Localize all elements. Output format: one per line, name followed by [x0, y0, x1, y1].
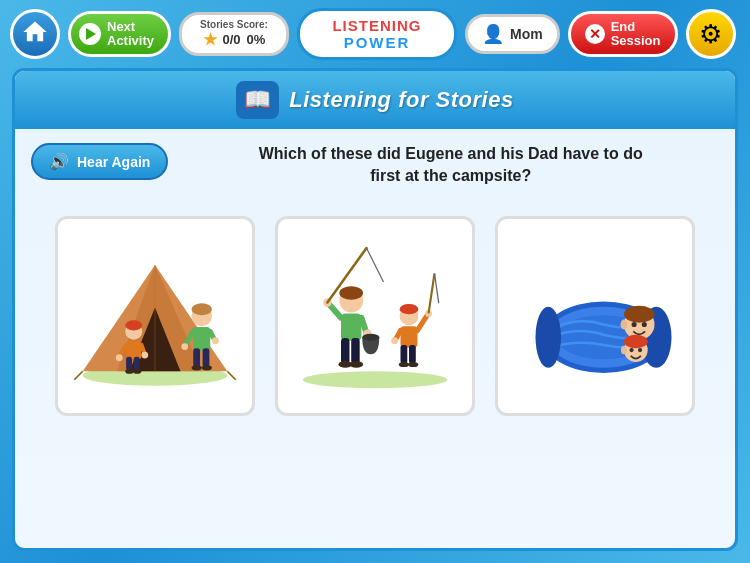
svg-point-26 — [141, 351, 148, 358]
user-name: Mom — [510, 26, 543, 42]
svg-rect-22 — [134, 357, 140, 371]
settings-button[interactable]: ⚙ — [686, 9, 736, 59]
svg-point-25 — [116, 354, 123, 361]
svg-point-16 — [192, 365, 202, 370]
svg-rect-34 — [351, 338, 360, 364]
question-area: 🔊 Hear Again Which of these did Eugene a… — [15, 129, 735, 196]
svg-rect-10 — [193, 348, 200, 367]
next-activity-text: Next Activity — [107, 20, 154, 49]
score-value: 0/0 — [223, 32, 241, 47]
x-icon: ✕ — [585, 24, 605, 44]
svg-line-4 — [74, 371, 83, 380]
option-tent[interactable] — [55, 216, 255, 416]
end-line1: End — [611, 20, 661, 34]
home-button[interactable] — [10, 9, 60, 59]
svg-point-68 — [629, 348, 633, 352]
book-icon: 📖 — [244, 87, 271, 112]
svg-point-41 — [362, 334, 379, 341]
svg-point-19 — [125, 320, 142, 330]
option-sleeping-bags[interactable] — [495, 216, 695, 416]
svg-point-45 — [400, 304, 419, 314]
svg-point-67 — [624, 334, 648, 348]
fishing-illustration — [290, 231, 460, 401]
svg-rect-20 — [126, 340, 141, 359]
user-icon: 👤 — [482, 23, 504, 45]
listening-power-logo: LISTENING POWER — [297, 8, 457, 60]
svg-point-8 — [192, 303, 212, 315]
next-label-line2: Activity — [107, 34, 154, 48]
next-label-line1: Next — [107, 20, 154, 34]
svg-point-62 — [624, 306, 655, 323]
end-session-text: End Session — [611, 20, 661, 49]
svg-rect-9 — [193, 327, 210, 351]
svg-rect-33 — [341, 338, 350, 364]
svg-point-28 — [133, 368, 142, 373]
svg-point-56 — [408, 362, 418, 367]
svg-point-27 — [125, 368, 134, 373]
svg-point-55 — [399, 362, 409, 367]
options-area — [15, 196, 735, 436]
svg-point-63 — [632, 322, 637, 327]
svg-point-14 — [181, 343, 188, 350]
lp-listening-text: LISTENING — [318, 17, 436, 34]
svg-point-43 — [350, 361, 364, 368]
content-header: 📖 Listening for Stories — [15, 71, 735, 129]
svg-rect-46 — [401, 326, 418, 347]
next-activity-button[interactable]: Next Activity — [68, 11, 171, 58]
end-line2: Session — [611, 34, 661, 48]
tent-illustration — [70, 231, 240, 401]
svg-point-71 — [536, 306, 562, 367]
play-triangle — [86, 28, 96, 40]
top-bar: Next Activity Stories Score: ★ 0/0 0% LI… — [0, 0, 750, 68]
question-line1: Which of these did Eugene and his Dad ha… — [259, 145, 643, 162]
svg-point-15 — [212, 337, 219, 344]
home-icon — [21, 18, 49, 50]
star-icon: ★ — [203, 30, 217, 49]
svg-point-54 — [391, 337, 398, 344]
option-fishing[interactable] — [275, 216, 475, 416]
question-line2: first at the campsite? — [370, 167, 531, 184]
svg-line-49 — [418, 314, 428, 330]
svg-rect-11 — [203, 348, 210, 367]
svg-rect-47 — [401, 345, 408, 364]
svg-line-38 — [367, 248, 384, 282]
svg-point-64 — [642, 322, 647, 327]
svg-line-51 — [429, 273, 435, 313]
speaker-icon: 🔊 — [49, 152, 69, 171]
main-content: 📖 Listening for Stories 🔊 Hear Again Whi… — [12, 68, 738, 551]
svg-point-65 — [621, 319, 628, 329]
section-title: Listening for Stories — [289, 87, 513, 113]
score-label: Stories Score: — [200, 19, 268, 30]
question-text: Which of these did Eugene and his Dad ha… — [182, 143, 719, 188]
score-block: Stories Score: ★ 0/0 0% — [179, 12, 289, 56]
svg-point-69 — [638, 348, 642, 352]
svg-line-52 — [435, 273, 439, 303]
svg-rect-32 — [341, 313, 361, 340]
play-icon — [79, 23, 101, 45]
svg-point-29 — [303, 371, 448, 388]
score-row: ★ 0/0 0% — [203, 30, 266, 49]
sleeping-bags-illustration — [510, 231, 680, 401]
book-icon-wrap: 📖 — [236, 81, 279, 119]
svg-rect-21 — [126, 357, 132, 371]
svg-point-17 — [202, 365, 212, 370]
score-percent: 0% — [247, 32, 266, 47]
end-session-button[interactable]: ✕ End Session — [568, 11, 678, 58]
hear-again-label: Hear Again — [77, 154, 150, 170]
user-button[interactable]: 👤 Mom — [465, 14, 560, 54]
hear-again-button[interactable]: 🔊 Hear Again — [31, 143, 168, 180]
svg-line-5 — [227, 371, 236, 380]
svg-rect-48 — [409, 345, 416, 364]
svg-point-31 — [339, 286, 363, 300]
svg-point-70 — [621, 346, 627, 355]
gear-icon: ⚙ — [699, 19, 722, 50]
lp-power-text: POWER — [318, 34, 436, 51]
